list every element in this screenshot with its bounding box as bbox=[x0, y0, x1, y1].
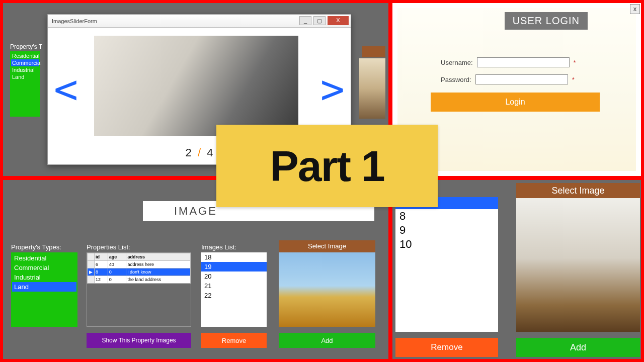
login-button[interactable]: Login bbox=[431, 93, 600, 112]
remove-image-button[interactable]: Remove bbox=[201, 333, 267, 348]
show-property-images-button[interactable]: Show This Property Images bbox=[87, 333, 191, 348]
col-id[interactable]: id bbox=[95, 253, 108, 261]
username-input[interactable] bbox=[477, 57, 570, 67]
type-item[interactable]: Industrial bbox=[11, 66, 39, 73]
slider-next-button[interactable]: > bbox=[320, 66, 345, 113]
list-item[interactable]: 18 bbox=[201, 252, 267, 262]
property-types-label: Property's T bbox=[10, 43, 42, 50]
property-types-list-top[interactable]: ResidentialCommercialIndustrialLand bbox=[10, 51, 40, 117]
type-item[interactable]: Commercial bbox=[11, 59, 39, 66]
properties-list-label: Properties List: bbox=[87, 243, 130, 251]
slider-current-image bbox=[94, 36, 298, 136]
password-row: Password: * bbox=[441, 73, 575, 85]
password-input[interactable] bbox=[475, 74, 568, 84]
part-banner: Part 1 bbox=[216, 125, 438, 207]
col-age[interactable]: age bbox=[108, 253, 126, 261]
type-item[interactable]: Land bbox=[12, 282, 76, 292]
row-selector-header bbox=[88, 253, 95, 261]
table-row[interactable]: 640address here bbox=[88, 261, 191, 268]
type-item[interactable]: Industrial bbox=[12, 273, 76, 282]
list-item[interactable]: 19 bbox=[201, 262, 267, 272]
list-item[interactable]: 10 bbox=[395, 237, 498, 251]
list-item[interactable]: 8 bbox=[395, 209, 498, 223]
col-address[interactable]: address bbox=[126, 253, 191, 261]
slider-prev-button[interactable]: < bbox=[54, 66, 78, 113]
right-select-image-header[interactable]: Select Image bbox=[516, 183, 640, 198]
select-image-button-peek[interactable] bbox=[362, 46, 385, 57]
kitchen-thumb-peek bbox=[359, 58, 385, 119]
right-remove-button[interactable]: Remove bbox=[395, 338, 498, 357]
type-item[interactable]: Land bbox=[11, 73, 39, 80]
login-title: USER LOGIN bbox=[505, 12, 588, 30]
username-required: * bbox=[574, 59, 576, 66]
login-close-button[interactable]: x bbox=[630, 4, 640, 14]
list-item[interactable]: 9 bbox=[395, 223, 498, 237]
password-label: Password: bbox=[441, 76, 471, 83]
properties-table[interactable]: id age address 640address here▶80i don't… bbox=[87, 252, 191, 327]
window-close-button[interactable]: X bbox=[328, 16, 349, 25]
images-list[interactable]: 1819202122 bbox=[201, 252, 267, 327]
username-row: Username: * bbox=[441, 56, 576, 68]
username-label: Username: bbox=[441, 59, 473, 66]
property-types-list[interactable]: ResidentialCommercialIndustrialLand bbox=[11, 252, 77, 327]
slider-sep: / bbox=[198, 146, 201, 159]
window-title-text: ImagesSliderForm bbox=[52, 18, 97, 24]
list-item[interactable]: 20 bbox=[201, 272, 267, 281]
type-item[interactable]: Commercial bbox=[12, 263, 76, 273]
image-preview bbox=[279, 252, 375, 327]
type-item[interactable]: Residential bbox=[12, 253, 76, 263]
slider-index: 2 bbox=[186, 146, 192, 159]
images-list-label: Images List: bbox=[201, 243, 236, 251]
list-item[interactable]: 21 bbox=[201, 281, 267, 291]
type-item[interactable]: Residential bbox=[11, 52, 39, 59]
right-listbox[interactable]: 8910 bbox=[395, 197, 498, 332]
property-types-label-bl: Property's Types: bbox=[11, 243, 61, 251]
right-image-preview bbox=[516, 198, 640, 332]
list-item[interactable]: 22 bbox=[201, 291, 267, 300]
select-image-header[interactable]: Select Image bbox=[279, 240, 375, 252]
table-body: 640address here▶80i don't know120the lan… bbox=[88, 261, 191, 284]
window-maximize-button[interactable]: ▢ bbox=[313, 16, 326, 25]
slider-total: 4 bbox=[207, 146, 213, 159]
right-add-button[interactable]: Add bbox=[516, 338, 640, 357]
window-minimize-button[interactable]: _ bbox=[299, 16, 311, 25]
add-image-button[interactable]: Add bbox=[279, 333, 375, 348]
table-row[interactable]: ▶80i don't know bbox=[88, 268, 191, 276]
window-title-bar[interactable]: ImagesSliderForm _ ▢ X bbox=[48, 15, 351, 28]
table-row[interactable]: 120the land address bbox=[88, 276, 191, 284]
password-required: * bbox=[572, 76, 575, 83]
